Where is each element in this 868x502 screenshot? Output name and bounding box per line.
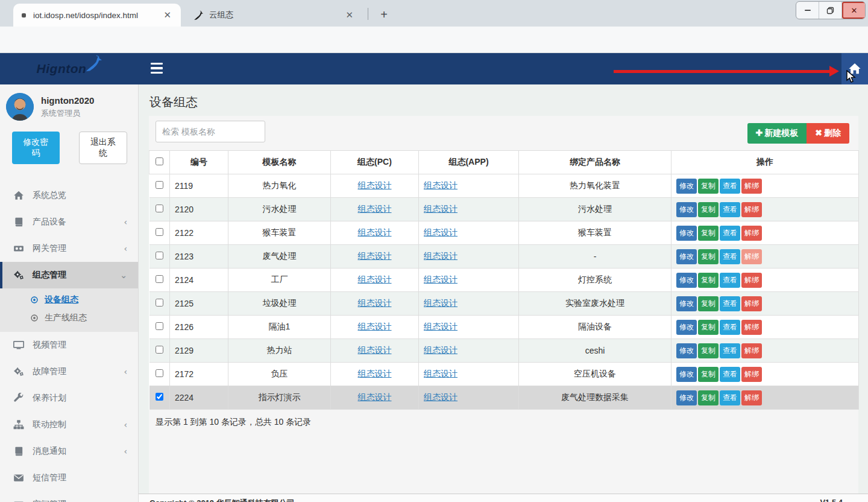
app-design-link[interactable]: 组态设计 bbox=[424, 227, 458, 237]
sidebar-item-0[interactable]: 系统总览 bbox=[0, 182, 138, 209]
row-checkbox[interactable] bbox=[156, 181, 163, 189]
sidebar-item-9[interactable]: 短信管理 bbox=[0, 465, 138, 491]
unbind-button[interactable]: 解绑 bbox=[741, 296, 762, 311]
table-row[interactable]: 2172负压组态设计组态设计空压机设备修改复制查看解绑 bbox=[149, 363, 859, 386]
window-restore-button[interactable] bbox=[819, 2, 842, 19]
view-button[interactable]: 查看 bbox=[720, 249, 740, 264]
row-checkbox[interactable] bbox=[156, 228, 163, 236]
view-button[interactable]: 查看 bbox=[720, 320, 740, 335]
sidebar-toggle-icon[interactable] bbox=[151, 63, 163, 74]
view-button[interactable]: 查看 bbox=[720, 179, 740, 194]
edit-button[interactable]: 修改 bbox=[676, 343, 697, 358]
copy-button[interactable]: 复制 bbox=[698, 343, 719, 358]
row-checkbox[interactable] bbox=[156, 369, 163, 377]
create-template-button[interactable]: ✚新建模板 bbox=[747, 123, 807, 144]
view-button[interactable]: 查看 bbox=[720, 273, 740, 288]
sidebar-item-6[interactable]: 保养计划 bbox=[0, 385, 138, 411]
edit-button[interactable]: 修改 bbox=[676, 179, 697, 194]
copy-button[interactable]: 复制 bbox=[698, 226, 719, 241]
edit-button[interactable]: 修改 bbox=[676, 249, 697, 264]
unbind-button[interactable]: 解绑 bbox=[741, 249, 762, 264]
unbind-button[interactable]: 解绑 bbox=[741, 343, 762, 358]
unbind-button[interactable]: 解绑 bbox=[741, 202, 762, 217]
sidebar-item-2[interactable]: 网关管理‹ bbox=[0, 235, 138, 262]
app-design-link[interactable]: 组态设计 bbox=[424, 322, 458, 331]
row-checkbox[interactable] bbox=[156, 299, 163, 307]
app-design-link[interactable]: 组态设计 bbox=[424, 204, 458, 214]
view-button[interactable]: 查看 bbox=[720, 202, 740, 217]
unbind-button[interactable]: 解绑 bbox=[741, 390, 762, 405]
pc-design-link[interactable]: 组态设计 bbox=[358, 204, 392, 214]
copy-button[interactable]: 复制 bbox=[698, 202, 719, 217]
view-button[interactable]: 查看 bbox=[720, 367, 740, 382]
pc-design-link[interactable]: 组态设计 bbox=[358, 227, 392, 237]
select-all-checkbox[interactable] bbox=[156, 157, 163, 165]
table-row[interactable]: 2123废气处理组态设计组态设计-修改复制查看解绑 bbox=[149, 245, 859, 268]
table-row[interactable]: 2124工厂组态设计组态设计灯控系统修改复制查看解绑 bbox=[149, 268, 859, 292]
table-row[interactable]: 2129热力站组态设计组态设计ceshi修改复制查看解绑 bbox=[149, 339, 859, 363]
pc-design-link[interactable]: 组态设计 bbox=[358, 392, 392, 402]
change-password-button[interactable]: 修改密码 bbox=[12, 132, 60, 164]
edit-button[interactable]: 修改 bbox=[676, 273, 697, 288]
submenu-item-1[interactable]: 生产线组态 bbox=[0, 309, 138, 327]
pc-design-link[interactable]: 组态设计 bbox=[358, 275, 392, 284]
sidebar-item-1[interactable]: 产品设备‹ bbox=[0, 209, 138, 235]
copy-button[interactable]: 复制 bbox=[698, 249, 719, 264]
delete-button[interactable]: ✖删除 bbox=[807, 123, 849, 144]
sidebar-item-5[interactable]: 故障管理‹ bbox=[0, 358, 138, 385]
pc-design-link[interactable]: 组态设计 bbox=[358, 369, 392, 378]
search-input[interactable] bbox=[156, 121, 265, 142]
new-tab-button[interactable]: + bbox=[375, 6, 393, 24]
app-design-link[interactable]: 组态设计 bbox=[424, 298, 458, 308]
table-row[interactable]: 2224指示灯演示组态设计组态设计废气处理数据采集修改复制查看解绑 bbox=[149, 386, 859, 410]
pc-design-link[interactable]: 组态设计 bbox=[358, 180, 392, 190]
row-checkbox[interactable] bbox=[156, 252, 163, 259]
row-checkbox[interactable] bbox=[156, 346, 163, 354]
app-design-link[interactable]: 组态设计 bbox=[424, 369, 458, 378]
copy-button[interactable]: 复制 bbox=[698, 320, 719, 335]
row-checkbox[interactable] bbox=[156, 205, 163, 212]
sidebar-item-8[interactable]: 消息通知‹ bbox=[0, 438, 138, 465]
unbind-button[interactable]: 解绑 bbox=[741, 226, 762, 241]
copy-button[interactable]: 复制 bbox=[698, 367, 719, 382]
edit-button[interactable]: 修改 bbox=[676, 320, 697, 335]
copy-button[interactable]: 复制 bbox=[698, 296, 719, 311]
view-button[interactable]: 查看 bbox=[720, 226, 740, 241]
view-button[interactable]: 查看 bbox=[720, 390, 740, 405]
row-checkbox[interactable] bbox=[156, 275, 163, 283]
tab-close-icon[interactable]: ✕ bbox=[160, 8, 175, 22]
table-row[interactable]: 2125垃圾处理组态设计组态设计实验室废水处理修改复制查看解绑 bbox=[149, 292, 859, 316]
unbind-button[interactable]: 解绑 bbox=[741, 273, 762, 288]
app-design-link[interactable]: 组态设计 bbox=[424, 251, 458, 261]
window-minimize-button[interactable] bbox=[796, 2, 819, 19]
app-design-link[interactable]: 组态设计 bbox=[424, 392, 458, 402]
edit-button[interactable]: 修改 bbox=[676, 390, 697, 405]
submenu-item-0[interactable]: 设备组态 bbox=[0, 291, 138, 309]
sidebar-item-4[interactable]: 视频管理 bbox=[0, 332, 138, 358]
pc-design-link[interactable]: 组态设计 bbox=[358, 322, 392, 331]
app-design-link[interactable]: 组态设计 bbox=[424, 180, 458, 190]
pc-design-link[interactable]: 组态设计 bbox=[358, 251, 392, 261]
copy-button[interactable]: 复制 bbox=[698, 390, 719, 405]
pc-design-link[interactable]: 组态设计 bbox=[358, 298, 392, 308]
sidebar-item-10[interactable]: 空间管理 bbox=[0, 491, 138, 502]
logout-button[interactable]: 退出系统 bbox=[79, 132, 128, 164]
app-design-link[interactable]: 组态设计 bbox=[424, 345, 458, 355]
unbind-button[interactable]: 解绑 bbox=[741, 320, 762, 335]
row-checkbox[interactable] bbox=[156, 393, 163, 401]
copy-button[interactable]: 复制 bbox=[698, 179, 719, 194]
table-row[interactable]: 2120污水处理组态设计组态设计污水处理修改复制查看解绑 bbox=[149, 198, 859, 221]
view-button[interactable]: 查看 bbox=[720, 343, 740, 358]
table-row[interactable]: 2126隔油1组态设计组态设计隔油设备修改复制查看解绑 bbox=[149, 316, 859, 339]
copy-button[interactable]: 复制 bbox=[698, 273, 719, 288]
unbind-button[interactable]: 解绑 bbox=[741, 179, 762, 194]
app-design-link[interactable]: 组态设计 bbox=[424, 275, 458, 284]
view-button[interactable]: 查看 bbox=[720, 296, 740, 311]
edit-button[interactable]: 修改 bbox=[676, 226, 697, 241]
sidebar-item-3[interactable]: 组态管理⌄ bbox=[0, 262, 138, 288]
edit-button[interactable]: 修改 bbox=[676, 367, 697, 382]
unbind-button[interactable]: 解绑 bbox=[741, 367, 762, 382]
pc-design-link[interactable]: 组态设计 bbox=[358, 345, 392, 355]
edit-button[interactable]: 修改 bbox=[676, 296, 697, 311]
sidebar-item-7[interactable]: 联动控制‹ bbox=[0, 411, 138, 438]
